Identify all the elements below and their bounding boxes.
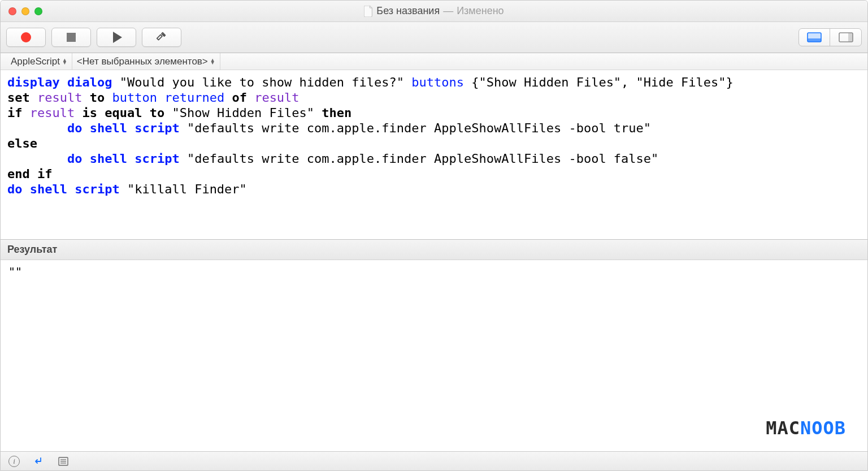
- traffic-lights: [8, 7, 42, 15]
- language-selector[interactable]: AppleScript ▲▼: [6, 53, 72, 70]
- view-mode-segmented: [798, 28, 862, 46]
- chevron-updown-icon: ▲▼: [210, 59, 215, 64]
- svg-rect-3: [848, 33, 853, 42]
- result-body[interactable]: "" MACNOOB: [1, 260, 867, 451]
- list-icon: [58, 456, 69, 467]
- titlebar[interactable]: Без названия — Изменено: [1, 1, 867, 22]
- code-token: result: [30, 90, 90, 105]
- code-token: then: [322, 106, 351, 120]
- record-button[interactable]: [6, 28, 46, 47]
- document-status: Изменено: [457, 5, 504, 17]
- code-token: else: [7, 136, 37, 150]
- play-icon: [113, 32, 122, 43]
- code-token: do shell script: [7, 152, 180, 166]
- chevron-updown-icon: ▲▼: [62, 59, 67, 64]
- code-token: result: [247, 90, 300, 105]
- watermark-part1: MAC: [766, 417, 800, 439]
- view-mode-bottom-panel-button[interactable]: [799, 29, 830, 46]
- svg-rect-1: [808, 38, 821, 42]
- run-button[interactable]: [97, 28, 136, 47]
- document-title: Без названия: [376, 5, 440, 17]
- view-mode-side-panel-button[interactable]: [830, 29, 861, 46]
- result-header: Результат: [1, 240, 867, 260]
- watermark-part2: NOOB: [800, 417, 846, 439]
- panel-bottom-icon: [807, 32, 822, 42]
- toolbar-right-group: [798, 28, 862, 46]
- panel-side-icon: [839, 32, 853, 42]
- hammer-icon: [155, 31, 168, 44]
- code-token: {"Show Hidden Files", "Hide Files"}: [464, 75, 734, 89]
- element-label: <Нет выбранных элементов>: [77, 56, 208, 67]
- element-selector[interactable]: <Нет выбранных элементов> ▲▼: [72, 53, 220, 70]
- code-token: is equal to: [82, 106, 164, 120]
- result-output: "": [8, 265, 22, 278]
- language-label: AppleScript: [11, 56, 60, 67]
- zoom-window-button[interactable]: [34, 7, 42, 15]
- code-token: do shell script: [7, 182, 120, 196]
- code-token: if: [7, 106, 23, 120]
- compile-button[interactable]: [142, 28, 181, 47]
- code-token: of: [232, 90, 247, 105]
- code-token: "Show Hidden Files": [164, 106, 322, 120]
- status-bar: i: [1, 451, 867, 470]
- code-token: do shell script: [7, 121, 180, 135]
- script-editor-window: Без названия — Изменено: [0, 0, 868, 471]
- toolbar-left-group: [6, 28, 181, 47]
- code-token: "killall Finder": [120, 182, 247, 196]
- toolbar: [1, 22, 867, 53]
- code-token: end if: [7, 167, 52, 181]
- close-window-button[interactable]: [8, 7, 16, 15]
- record-icon: [21, 32, 31, 42]
- window-title: Без названия — Изменено: [364, 5, 504, 17]
- code-token: button returned: [105, 90, 232, 105]
- document-icon: [364, 6, 373, 17]
- code-token: buttons: [411, 75, 464, 89]
- info-button[interactable]: i: [8, 456, 20, 467]
- code-token: to: [90, 90, 105, 105]
- code-editor[interactable]: display dialog "Would you like to show h…: [1, 70, 867, 240]
- result-header-label: Результат: [7, 244, 57, 256]
- title-separator: —: [443, 5, 453, 17]
- watermark: MACNOOB: [766, 417, 846, 439]
- code-token: display dialog: [7, 75, 112, 89]
- stop-button[interactable]: [51, 28, 91, 47]
- code-token: set: [7, 90, 30, 105]
- navigation-bar: AppleScript ▲▼ <Нет выбранных элементов>…: [1, 53, 867, 70]
- minimize-window-button[interactable]: [21, 7, 29, 15]
- code-token: "Would you like to show hidden files?": [112, 75, 411, 89]
- stop-icon: [67, 33, 76, 42]
- info-icon: i: [13, 456, 15, 466]
- description-button[interactable]: [32, 455, 45, 468]
- code-token: "defaults write com.apple.finder AppleSh…: [180, 152, 659, 166]
- code-token: result: [23, 106, 83, 120]
- code-token: "defaults write com.apple.finder AppleSh…: [180, 121, 651, 135]
- return-arrow-icon: [33, 456, 44, 467]
- log-button[interactable]: [57, 455, 70, 468]
